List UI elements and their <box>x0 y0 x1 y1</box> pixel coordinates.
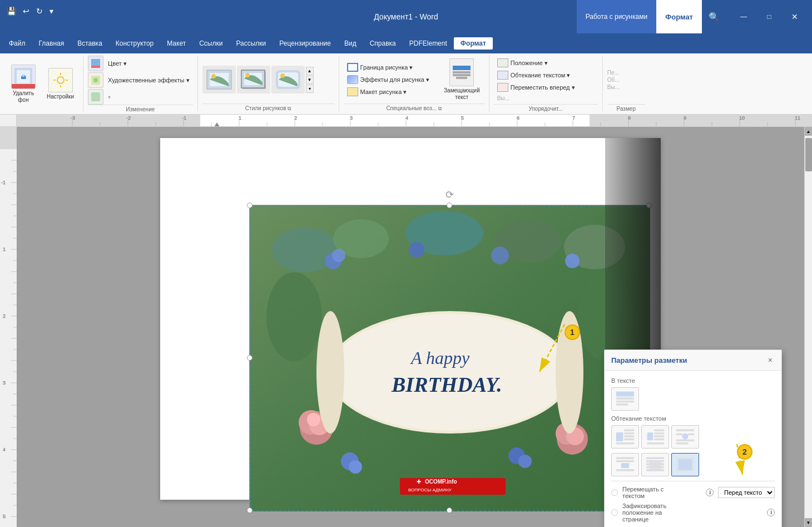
wrap-close-button[interactable] <box>641 425 669 449</box>
effects-icon <box>347 75 358 84</box>
position-button[interactable]: Положение ▾ <box>494 57 578 68</box>
save-button[interactable]: 💾 <box>4 6 18 17</box>
wrap-square-button[interactable] <box>611 425 639 449</box>
art-effects-button[interactable]: Художественные эффекты ▾ <box>105 76 193 85</box>
svg-rect-69 <box>0 127 17 527</box>
special-expand-icon[interactable]: ⧉ <box>438 106 442 111</box>
svg-rect-150 <box>624 430 634 432</box>
styles-group-label: Стили рисунков ⧉ <box>202 104 334 112</box>
move-with-text-radio[interactable] <box>611 489 618 496</box>
correction-button[interactable]: ▾ <box>105 93 114 101</box>
gallery-scroll: ▲ ▼ ▾ <box>306 67 314 93</box>
rotate-handle[interactable]: ⟳ <box>445 189 454 201</box>
layout-picture-button[interactable]: Макет рисунка ▾ <box>344 86 433 97</box>
selection-handle-tm[interactable] <box>447 203 452 208</box>
gallery-scroll-down[interactable]: ▼ <box>306 76 314 84</box>
move-with-text-row: Перемещать стекстом ℹ Перед тексто <box>611 486 775 499</box>
minimize-button[interactable]: — <box>731 0 756 33</box>
svg-text:8: 8 <box>628 115 631 121</box>
menu-item-view[interactable]: Вид <box>338 37 363 50</box>
wrap-behind-button[interactable] <box>641 453 669 476</box>
svg-text:-1: -1 <box>1 180 6 185</box>
undo-button[interactable]: ↩ <box>21 6 32 17</box>
wrap-through-button[interactable] <box>671 425 699 449</box>
menu-item-layout[interactable]: Макет <box>160 37 192 50</box>
svg-text:11: 11 <box>795 115 800 121</box>
image-container[interactable]: ⟳ <box>249 205 650 511</box>
scroll-up-button[interactable]: ▲ <box>805 127 813 136</box>
menu-item-home[interactable]: Главная <box>32 37 71 50</box>
remove-bg-button[interactable]: 🏔 Удалитьфон <box>7 62 40 106</box>
gallery-scroll-more[interactable]: ▾ <box>306 85 314 93</box>
close-button[interactable]: ✕ <box>782 0 808 33</box>
scroll-down-button[interactable]: ▼ <box>805 518 813 527</box>
ribbon-group-special: Граница рисунка ▾ Эффекты для рисунка ▾ … <box>341 56 489 112</box>
ribbon-group-styles: ▲ ▼ ▾ Стили рисунков ⧉ <box>200 56 339 112</box>
menu-item-format[interactable]: Формат <box>454 37 493 50</box>
svg-rect-170 <box>646 457 664 460</box>
svg-rect-152 <box>624 435 634 437</box>
svg-rect-163 <box>676 442 689 445</box>
move-with-text-label: Перемещать стекстом <box>622 486 701 499</box>
menu-item-mailings[interactable]: Рассылки <box>229 37 273 50</box>
style-item-1[interactable] <box>202 66 236 93</box>
size-group-label: Размер <box>607 104 645 112</box>
border-icon <box>347 63 358 72</box>
maximize-button[interactable]: □ <box>756 0 782 33</box>
forward-button[interactable]: Переместить вперед ▾ <box>494 82 578 93</box>
fix-position-info[interactable]: ℹ <box>767 509 775 516</box>
redo-button[interactable]: ↻ <box>34 6 45 17</box>
gallery-scroll-up[interactable]: ▲ <box>306 67 314 75</box>
svg-point-133 <box>518 455 532 468</box>
selection-handle-ml[interactable] <box>247 355 252 361</box>
wrap-inline-button[interactable] <box>611 387 639 411</box>
svg-rect-174 <box>646 469 664 471</box>
style-item-2[interactable] <box>237 66 270 93</box>
before-text-dropdown[interactable]: Перед тексто <box>718 487 775 498</box>
title-bar-right: Работа с рисунками Формат 🔍 — □ ✕ <box>577 0 812 33</box>
menu-item-pdfelement[interactable]: PDFElement <box>403 37 454 50</box>
menu-item-help[interactable]: Справка <box>363 37 403 50</box>
style-item-3[interactable] <box>271 66 305 93</box>
layout-panel-close-button[interactable]: × <box>766 354 775 366</box>
scroll-thumb[interactable] <box>805 138 812 171</box>
format-tab-active[interactable]: Формат <box>656 0 702 33</box>
qat-dropdown-button[interactable]: ▾ <box>47 6 56 17</box>
svg-rect-24 <box>17 115 200 127</box>
wrap-text-button[interactable]: Обтекание текстом ▾ <box>494 70 578 81</box>
back-button[interactable]: Вы... <box>494 94 578 102</box>
wrap-before-button[interactable] <box>671 453 699 476</box>
svg-rect-149 <box>616 432 623 441</box>
menu-item-insert[interactable]: Вставка <box>71 37 109 50</box>
settings-button[interactable]: Настройки <box>42 66 78 102</box>
ruler-corner <box>0 115 17 127</box>
svg-rect-159 <box>654 439 664 441</box>
menu-item-design[interactable]: Конструктор <box>109 37 160 50</box>
selection-handle-bm[interactable] <box>447 508 452 513</box>
correction-icon <box>88 89 103 105</box>
layout-picture-icon <box>347 87 358 96</box>
menu-item-review[interactable]: Рецензирование <box>273 37 338 50</box>
quick-access-toolbar: 💾 ↩ ↻ ▾ <box>4 6 56 17</box>
svg-rect-167 <box>621 463 629 468</box>
fix-position-radio[interactable] <box>611 509 618 516</box>
effects-button[interactable]: Эффекты для рисунка ▾ <box>344 74 433 85</box>
special-group-label: Специальные воз... ⧉ <box>344 104 484 112</box>
wrap-top-bottom-button[interactable] <box>611 453 639 476</box>
color-button[interactable]: Цвет ▾ <box>105 59 130 68</box>
menu-item-file[interactable]: Файл <box>2 37 32 50</box>
selection-handle-bl[interactable] <box>247 508 252 513</box>
vertical-scrollbar[interactable]: ▲ ▼ <box>804 127 812 527</box>
search-button[interactable]: 🔍 <box>702 0 726 33</box>
styles-expand-icon[interactable]: ⧉ <box>288 106 291 111</box>
border-button[interactable]: Граница рисунка ▾ <box>344 62 433 73</box>
menu-item-refs[interactable]: Ссылки <box>192 37 229 50</box>
svg-point-19 <box>245 73 250 77</box>
ribbon-content-special: Граница рисунка ▾ Эффекты для рисунка ▾ … <box>344 56 484 104</box>
placeholder-button[interactable]: Замещающийтекст <box>439 56 484 103</box>
svg-point-22 <box>280 73 285 78</box>
move-with-text-info[interactable]: ℹ <box>706 489 714 496</box>
selection-handle-tl[interactable] <box>247 203 252 208</box>
svg-text:10: 10 <box>739 115 745 121</box>
svg-point-11 <box>93 78 98 82</box>
